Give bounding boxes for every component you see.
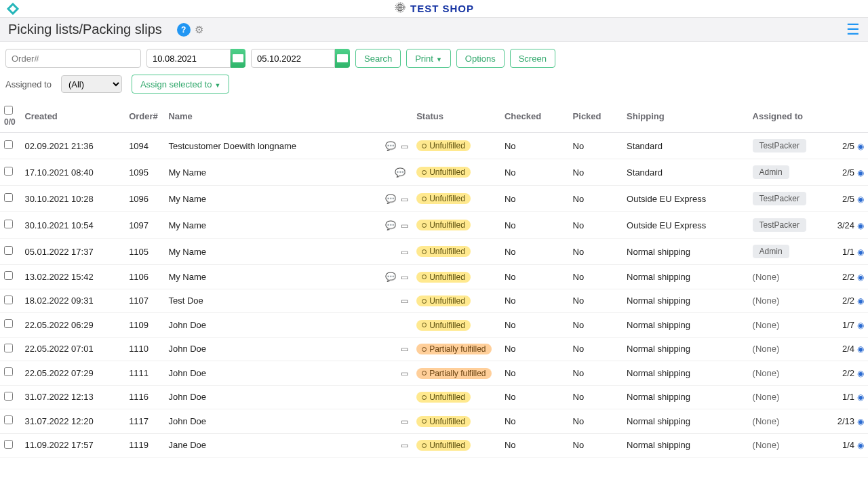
print-button[interactable]: Print▼: [406, 49, 451, 68]
cell-order: 1097: [125, 212, 164, 239]
note-icon[interactable]: ▭: [401, 272, 408, 282]
eye-icon[interactable]: ◉: [857, 296, 864, 306]
cell-picked: No: [569, 133, 623, 159]
search-button[interactable]: Search: [355, 49, 401, 68]
row-checkbox[interactable]: [4, 440, 13, 449]
table-row[interactable]: 31.07.2022 12:13 1116 John Doe Unfulfill…: [0, 385, 868, 409]
select-all-checkbox[interactable]: [4, 106, 13, 115]
eye-icon[interactable]: ◉: [857, 441, 864, 450]
header-created[interactable]: Created: [20, 100, 125, 133]
row-checkbox[interactable]: [4, 415, 13, 424]
table-row[interactable]: 22.05.2022 06:29 1109 John Doe Unfulfill…: [0, 313, 868, 338]
header-shipping[interactable]: Shipping: [623, 100, 749, 133]
calendar-from-icon[interactable]: [231, 49, 245, 68]
header-checked[interactable]: Checked: [500, 100, 569, 133]
header-status[interactable]: Status: [412, 100, 500, 133]
comment-icon[interactable]: 💬: [385, 194, 396, 204]
assigned-none: (None): [753, 272, 780, 282]
row-checkbox[interactable]: [4, 140, 13, 149]
header-picked[interactable]: Picked: [569, 100, 623, 133]
status-pill: Partially fulfilled: [416, 344, 491, 354]
row-checkbox[interactable]: [4, 220, 13, 228]
table-row[interactable]: 05.01.2022 17:37 1105 My Name ▭ Unfulfil…: [0, 239, 868, 265]
table-row[interactable]: 22.05.2022 07:01 1110 John Doe ▭ Partial…: [0, 337, 868, 361]
options-button[interactable]: Options: [456, 49, 505, 68]
note-icon[interactable]: ▭: [401, 195, 408, 204]
eye-icon[interactable]: ◉: [857, 247, 864, 257]
row-checkbox[interactable]: [4, 367, 13, 376]
cell-checked: No: [500, 159, 569, 186]
table-row[interactable]: 13.02.2022 15:42 1106 My Name 💬 ▭ Unfulf…: [0, 265, 868, 289]
eye-icon[interactable]: ◉: [857, 392, 864, 402]
note-icon[interactable]: ▭: [401, 247, 408, 257]
eye-icon[interactable]: ◉: [857, 417, 864, 426]
cell-created: 11.09.2022 17:57: [20, 433, 125, 458]
orders-table: 0/0 Created Order# Name Status Checked P…: [0, 100, 868, 458]
row-checkbox[interactable]: [4, 246, 13, 255]
table-row[interactable]: 18.02.2022 09:31 1107 Test Doe ▭ Unfulfi…: [0, 289, 868, 313]
ratio-text: 2/2: [842, 368, 854, 378]
eye-icon[interactable]: ◉: [857, 195, 864, 204]
table-row[interactable]: 30.10.2021 10:28 1096 My Name 💬 ▭ Unfulf…: [0, 186, 868, 212]
status-pill: Unfulfilled: [416, 440, 471, 451]
cell-name: John Doe: [164, 385, 380, 409]
assign-selected-button[interactable]: Assign selected to▼: [132, 75, 229, 94]
table-row[interactable]: 22.05.2022 07:29 1111 John Doe ▭ Partial…: [0, 361, 868, 386]
cell-name: My Name: [164, 212, 380, 239]
cell-shipping: Standard: [623, 159, 749, 186]
row-checkbox[interactable]: [4, 193, 13, 202]
table-row[interactable]: 31.07.2022 12:20 1117 John Doe ▭ Unfulfi…: [0, 409, 868, 434]
note-icon[interactable]: ▭: [401, 221, 408, 230]
assigned-none: (None): [753, 392, 780, 402]
menu-icon[interactable]: ☰: [846, 21, 860, 39]
note-icon[interactable]: ▭: [401, 417, 408, 426]
eye-icon[interactable]: ◉: [857, 321, 864, 330]
cell-shipping: Outside EU Express: [623, 212, 749, 239]
ratio-text: 1/1: [842, 247, 854, 257]
table-row[interactable]: 11.09.2022 17:57 1119 Jane Doe ▭ Unfulfi…: [0, 433, 868, 458]
cell-created: 13.02.2022 15:42: [20, 265, 125, 289]
header-name[interactable]: Name: [164, 100, 380, 133]
table-row[interactable]: 30.10.2021 10:54 1097 My Name 💬 ▭ Unfulf…: [0, 212, 868, 239]
comment-icon[interactable]: 💬: [385, 272, 396, 282]
comment-icon[interactable]: 💬: [385, 220, 396, 230]
eye-icon[interactable]: ◉: [857, 168, 864, 178]
eye-icon[interactable]: ◉: [857, 221, 864, 230]
row-checkbox[interactable]: [4, 271, 13, 280]
app-logo-icon[interactable]: [5, 3, 20, 17]
row-checkbox[interactable]: [4, 344, 13, 352]
help-icon[interactable]: ?: [177, 23, 191, 37]
eye-icon[interactable]: ◉: [857, 272, 864, 282]
cell-picked: No: [569, 361, 623, 386]
order-input[interactable]: [5, 49, 141, 68]
note-icon[interactable]: ▭: [401, 441, 408, 450]
row-checkbox[interactable]: [4, 392, 13, 401]
assigned-to-select[interactable]: (All): [61, 75, 122, 93]
eye-icon[interactable]: ◉: [857, 369, 864, 378]
assigned-none: (None): [753, 296, 780, 306]
table-row[interactable]: 17.10.2021 08:40 1095 My Name 💬 Unfulfil…: [0, 159, 868, 186]
eye-icon[interactable]: ◉: [857, 142, 864, 151]
note-icon[interactable]: ▭: [401, 344, 408, 354]
row-checkbox[interactable]: [4, 167, 13, 176]
row-checkbox[interactable]: [4, 296, 13, 304]
cell-shipping: Normal shipping: [623, 361, 749, 386]
note-icon[interactable]: ▭: [401, 369, 408, 378]
cell-picked: No: [569, 313, 623, 338]
globe-icon: [394, 1, 406, 16]
screen-button[interactable]: Screen: [510, 49, 555, 68]
row-checkbox[interactable]: [4, 319, 13, 328]
header-assigned[interactable]: Assigned to: [749, 100, 831, 133]
cell-name: Test Doe: [164, 289, 380, 313]
comment-icon[interactable]: 💬: [385, 141, 396, 151]
comment-icon[interactable]: 💬: [395, 167, 406, 178]
note-icon[interactable]: ▭: [401, 142, 408, 151]
table-row[interactable]: 02.09.2021 21:36 1094 Testcustomer Doewi…: [0, 133, 868, 159]
date-to-input[interactable]: [251, 49, 335, 68]
eye-icon[interactable]: ◉: [857, 344, 864, 354]
calendar-to-icon[interactable]: [335, 49, 350, 68]
date-from-input[interactable]: [146, 49, 231, 68]
header-order[interactable]: Order#: [125, 100, 164, 133]
gear-icon[interactable]: ⚙: [195, 24, 203, 36]
note-icon[interactable]: ▭: [401, 296, 408, 306]
